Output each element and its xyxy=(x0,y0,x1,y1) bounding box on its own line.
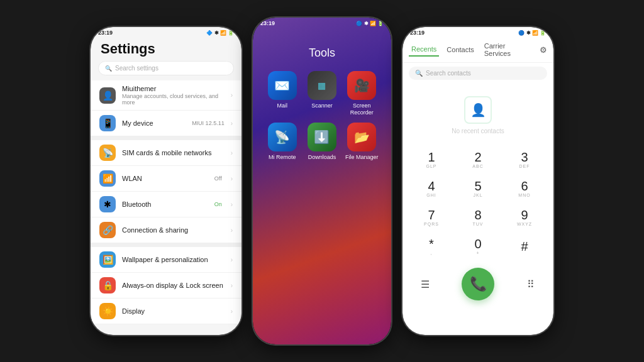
wlan-text: WLAN xyxy=(122,175,208,182)
status-bar-dialer: 23:19 🔵 ✱ 📶 🔋 xyxy=(402,27,553,37)
wallpaper-text: Wallpaper & personalization xyxy=(122,256,225,263)
key-2[interactable]: 2 ABC xyxy=(455,146,501,173)
dialer-search[interactable]: 🔍 Search contacts xyxy=(409,67,547,80)
settings-item-bluetooth[interactable]: ✱ Bluetooth On › xyxy=(91,192,242,217)
connection-text: Connection & sharing xyxy=(122,226,225,234)
sim-text: SIM cards & mobile networks xyxy=(122,149,225,156)
downloads-icon: ⬇️ xyxy=(308,123,336,151)
key-6[interactable]: 6 MNO xyxy=(502,175,547,202)
status-bar-home: 23:19 🔵 ✱ 📶 🔋 xyxy=(253,18,391,28)
folder-title: Tools xyxy=(253,28,391,71)
recorder-label: Screen Recorder xyxy=(345,102,379,116)
empty-text: No recent contacts xyxy=(452,128,504,134)
time-home: 23:19 xyxy=(260,20,275,26)
settings-item-mydevice[interactable]: 📱 My device MIUI 12.5.11 › xyxy=(91,111,242,136)
miremote-icon: 📡 xyxy=(268,123,297,151)
app-recorder[interactable]: 🎥 Screen Recorder xyxy=(345,71,379,116)
keypad-icon[interactable]: ⠿ xyxy=(521,274,541,294)
key-3[interactable]: 3 DEF xyxy=(502,146,547,173)
key-4[interactable]: 4 GHI xyxy=(409,175,454,202)
settings-item-sim[interactable]: 📡 SIM cards & mobile networks › xyxy=(91,140,242,166)
bluetooth-icon: ✱ xyxy=(99,196,116,212)
key-1[interactable]: 1 GLP xyxy=(409,146,454,173)
search-placeholder: Search settings xyxy=(115,65,158,72)
settings-title: Settings xyxy=(91,37,242,61)
miuithemer-title: Miuithemer xyxy=(122,85,225,92)
empty-contacts-icon: 👤 xyxy=(464,96,492,124)
tab-recents[interactable]: Recents xyxy=(409,43,439,57)
mail-label: Mail xyxy=(277,102,287,109)
filemanager-label: File Manager xyxy=(345,154,379,161)
search-icon: 🔍 xyxy=(105,65,112,72)
gear-icon[interactable]: ⚙ xyxy=(540,45,547,55)
mydevice-icon: 📱 xyxy=(99,115,116,131)
scanner-label: Scanner xyxy=(311,102,333,109)
display-text: Display xyxy=(122,307,225,315)
recorder-icon: 🎥 xyxy=(347,71,376,100)
miremote-label: Mi Remote xyxy=(269,154,296,161)
chevron-icon: › xyxy=(231,175,233,182)
mail-icon: ✉️ xyxy=(268,71,297,100)
settings-screen: 23:19 🔷 ✱ 📶 🔋 Settings 🔍 Search settings… xyxy=(91,27,242,335)
search-icon: 🔍 xyxy=(415,70,423,77)
wallpaper-title: Wallpaper & personalization xyxy=(122,256,225,263)
miuithemer-sub: Manage accounts, cloud services, and mor… xyxy=(122,93,225,106)
status-icons-settings: 🔷 ✱ 📶 🔋 xyxy=(206,30,234,36)
home-screen: 23:19 🔵 ✱ 📶 🔋 Tools ✉️ Mail ▦ Scanner 🎥 … xyxy=(253,18,391,344)
chevron-icon: › xyxy=(231,227,233,234)
scanner-icon: ▦ xyxy=(308,71,336,100)
tab-carrier-services[interactable]: Carrier Services xyxy=(482,40,535,60)
dialer-empty-state: 👤 No recent contacts xyxy=(402,84,553,141)
aod-title: Always-on display & Lock screen xyxy=(122,282,225,289)
settings-item-miuithemer[interactable]: 👤 Miuithemer Manage accounts, cloud serv… xyxy=(91,80,242,111)
key-8[interactable]: 8 TUV xyxy=(455,204,501,231)
bluetooth-status: On xyxy=(214,201,222,207)
app-filemanager[interactable]: 📂 File Manager xyxy=(345,123,379,161)
wallpaper-icon: 🖼️ xyxy=(99,251,116,268)
dialer-bottom-bar: ☰ 📞 ⠿ xyxy=(402,263,553,308)
chevron-icon: › xyxy=(231,256,233,263)
phone-settings: 23:19 🔷 ✱ 📶 🔋 Settings 🔍 Search settings… xyxy=(91,27,242,335)
app-mail[interactable]: ✉️ Mail xyxy=(265,71,299,116)
keypad: 1 GLP 2 ABC 3 DEF 4 GHI 5 JKL xyxy=(402,143,553,263)
tab-contacts[interactable]: Contacts xyxy=(444,43,476,56)
app-grid: ✉️ Mail ▦ Scanner 🎥 Screen Recorder 📡 Mi… xyxy=(253,71,391,160)
mydevice-badge: MIUI 12.5.11 xyxy=(192,120,225,126)
settings-item-connection[interactable]: 🔗 Connection & sharing › xyxy=(91,217,242,243)
status-icons-dialer: 🔵 ✱ 📶 🔋 xyxy=(518,30,546,36)
wlan-icon: 📶 xyxy=(99,170,116,187)
app-downloads[interactable]: ⬇️ Downloads xyxy=(305,123,338,161)
settings-search[interactable]: 🔍 Search settings xyxy=(98,61,234,75)
key-9[interactable]: 9 WXYZ xyxy=(502,204,547,231)
sim-title: SIM cards & mobile networks xyxy=(122,149,225,156)
time-dialer: 23:19 xyxy=(410,30,425,36)
sim-icon: 📡 xyxy=(99,145,116,161)
dialer-tabs: Recents Contacts Carrier Services ⚙ xyxy=(402,37,553,63)
key-0[interactable]: 0 + xyxy=(455,233,501,260)
mydevice-title: My device xyxy=(122,119,186,127)
bluetooth-text: Bluetooth xyxy=(122,200,208,208)
app-scanner[interactable]: ▦ Scanner xyxy=(305,71,338,116)
chevron-icon: › xyxy=(231,150,233,156)
settings-item-aod[interactable]: 🔒 Always-on display & Lock screen › xyxy=(91,273,242,299)
key-5[interactable]: 5 JKL xyxy=(455,175,501,202)
phone-home: 23:19 🔵 ✱ 📶 🔋 Tools ✉️ Mail ▦ Scanner 🎥 … xyxy=(253,18,391,344)
downloads-label: Downloads xyxy=(308,154,336,161)
app-miremote[interactable]: 📡 Mi Remote xyxy=(265,123,299,161)
chevron-icon: › xyxy=(231,92,233,99)
key-hash[interactable]: # xyxy=(502,233,547,260)
key-7[interactable]: 7 PQRS xyxy=(409,204,454,231)
chevron-icon: › xyxy=(231,120,233,127)
call-button[interactable]: 📞 xyxy=(462,268,494,300)
search-placeholder: Search contacts xyxy=(426,70,471,77)
aod-text: Always-on display & Lock screen xyxy=(122,282,225,289)
dialer-screen: 23:19 🔵 ✱ 📶 🔋 Recents Contacts Carrier S… xyxy=(402,27,553,335)
key-star[interactable]: * , xyxy=(409,233,454,260)
connection-icon: 🔗 xyxy=(99,222,116,238)
settings-item-wlan[interactable]: 📶 WLAN Off › xyxy=(91,166,242,192)
settings-item-display[interactable]: ☀️ Display › xyxy=(91,299,242,324)
settings-item-wallpaper[interactable]: 🖼️ Wallpaper & personalization › xyxy=(91,247,242,273)
phone-dialer: 23:19 🔵 ✱ 📶 🔋 Recents Contacts Carrier S… xyxy=(402,27,553,335)
mydevice-text: My device xyxy=(122,119,186,127)
dialpad-icon[interactable]: ☰ xyxy=(415,274,435,294)
